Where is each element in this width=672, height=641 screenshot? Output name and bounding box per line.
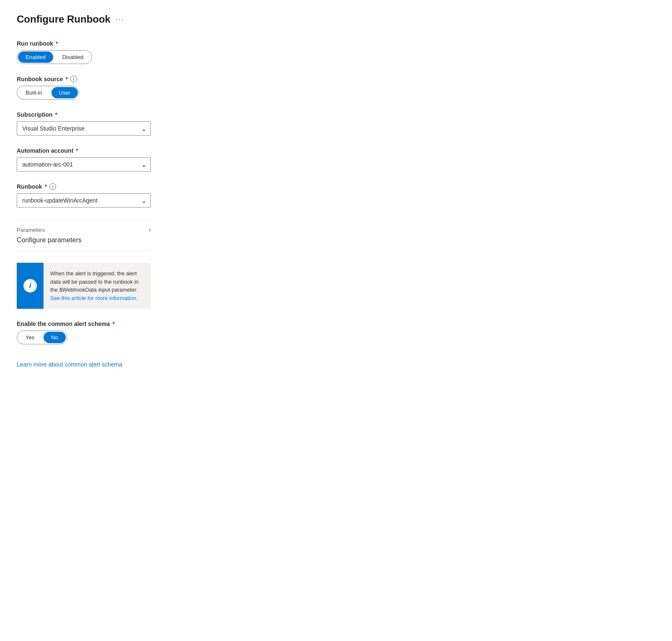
automation-account-dropdown-container: automation-arc-001 ⌄ bbox=[17, 157, 151, 172]
toggle-enabled[interactable]: Enabled bbox=[18, 51, 53, 63]
parameters-header-row: Parameters › bbox=[17, 220, 151, 236]
learn-more-link[interactable]: Learn more about common alert schema bbox=[17, 361, 122, 368]
runbook-dropdown[interactable]: runbook-updateWinArcAgent bbox=[17, 193, 151, 208]
runbook-source-label: Runbook source * i bbox=[17, 76, 655, 82]
runbook-info-icon[interactable]: i bbox=[49, 183, 56, 190]
required-star: * bbox=[56, 40, 58, 47]
info-box-circle-icon: i bbox=[23, 279, 37, 292]
common-alert-schema-section: Enable the common alert schema * Yes No bbox=[17, 320, 655, 344]
subscription-section: Subscription * Visual Studio Enterprise … bbox=[17, 111, 655, 136]
automation-account-dropdown[interactable]: automation-arc-001 bbox=[17, 157, 151, 172]
required-star-automation: * bbox=[76, 147, 78, 154]
page-header: Configure Runbook ··· bbox=[17, 13, 655, 25]
required-star-runbook: * bbox=[45, 183, 47, 190]
runbook-section: Runbook * i runbook-updateWinArcAgent ⌄ bbox=[17, 183, 655, 208]
info-box: i When the alert is triggered, the alert… bbox=[17, 263, 151, 309]
toggle-yes[interactable]: Yes bbox=[18, 332, 42, 343]
more-options-icon[interactable]: ··· bbox=[116, 15, 124, 24]
automation-account-label: Automation account * bbox=[17, 147, 655, 154]
subscription-label: Subscription * bbox=[17, 111, 655, 118]
run-runbook-section: Run runbook * Enabled Disabled bbox=[17, 40, 655, 64]
common-alert-schema-label: Enable the common alert schema * bbox=[17, 320, 655, 327]
run-runbook-label: Run runbook * bbox=[17, 40, 655, 47]
parameters-chevron-icon[interactable]: › bbox=[149, 226, 151, 233]
info-box-icon-area: i bbox=[17, 263, 44, 309]
runbook-dropdown-container: runbook-updateWinArcAgent ⌄ bbox=[17, 193, 151, 208]
parameters-label: Parameters bbox=[17, 227, 45, 233]
run-runbook-toggle-group: Enabled Disabled bbox=[17, 50, 92, 64]
info-box-content: When the alert is triggered, the alert d… bbox=[44, 263, 151, 309]
common-alert-schema-toggle-group: Yes No bbox=[17, 331, 67, 344]
automation-account-section: Automation account * automation-arc-001 … bbox=[17, 147, 655, 172]
runbook-source-info-icon[interactable]: i bbox=[70, 76, 77, 82]
required-star-schema: * bbox=[113, 320, 115, 327]
toggle-no[interactable]: No bbox=[44, 332, 66, 343]
runbook-label: Runbook * i bbox=[17, 183, 655, 190]
required-star-subscription: * bbox=[55, 111, 57, 118]
page-title: Configure Runbook bbox=[17, 13, 111, 25]
toggle-user[interactable]: User bbox=[51, 87, 78, 98]
configure-parameters-text[interactable]: Configure parameters bbox=[17, 236, 82, 244]
toggle-builtin[interactable]: Built-in bbox=[18, 87, 50, 98]
runbook-source-section: Runbook source * i Built-in User bbox=[17, 76, 655, 100]
parameters-section: Parameters › Configure parameters bbox=[17, 219, 655, 251]
toggle-disabled[interactable]: Disabled bbox=[55, 51, 91, 63]
parameters-bottom-divider bbox=[17, 251, 151, 251]
runbook-source-toggle-group: Built-in User bbox=[17, 86, 79, 100]
subscription-dropdown-container: Visual Studio Enterprise ⌄ bbox=[17, 121, 151, 136]
required-star-source: * bbox=[65, 76, 67, 82]
info-box-link[interactable]: See this article for more information. bbox=[50, 295, 138, 301]
info-box-text: When the alert is triggered, the alert d… bbox=[50, 270, 139, 293]
configure-parameters-row: Configure parameters bbox=[17, 236, 151, 251]
subscription-dropdown[interactable]: Visual Studio Enterprise bbox=[17, 121, 151, 136]
